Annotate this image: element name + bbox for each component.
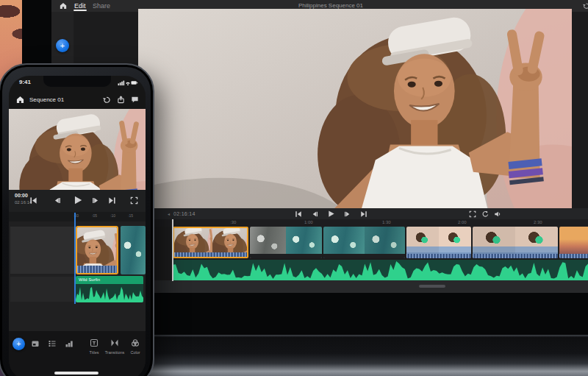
- color-button[interactable]: Color: [126, 337, 144, 355]
- video-track-empty: [10, 227, 76, 274]
- ruler-tick: :15: [128, 213, 133, 218]
- rush-mobile-app: 9:41 Sequence 01 00:00 02:16:14: [9, 76, 146, 376]
- status-icons: [118, 79, 138, 86]
- timecode-current: 00:00: [15, 193, 28, 198]
- volume-icon[interactable]: [494, 210, 501, 218]
- audio-track-empty: [10, 277, 76, 302]
- clip-audio-strip: [323, 254, 405, 258]
- add-media-button[interactable]: +: [56, 39, 69, 52]
- clip-audio-strip: [406, 254, 471, 258]
- home-indicator[interactable]: [54, 372, 98, 375]
- play-icon[interactable]: [327, 210, 335, 218]
- plus-glyph: +: [60, 41, 65, 50]
- fullscreen-icon[interactable]: [469, 210, 476, 218]
- transport-bar: 00:00 02:16:14: [9, 190, 146, 212]
- audio-waveform: [76, 284, 143, 302]
- video-clip[interactable]: [559, 227, 588, 258]
- timecode-display: 02:16:14: [173, 211, 196, 216]
- ruler-tick: :30: [230, 220, 236, 224]
- timeline-playhead[interactable]: [74, 213, 76, 304]
- bottom-toolbar: + Titles Transitions Color: [9, 331, 146, 376]
- home-icon[interactable]: [16, 96, 24, 104]
- laptop-base: [138, 337, 588, 376]
- skip-forward-icon[interactable]: [108, 196, 116, 205]
- marketing-composite: Philippines Sequence 01 Edit Share +: [0, 0, 588, 376]
- skip-forward-icon[interactable]: [360, 210, 368, 218]
- video-clip[interactable]: [121, 226, 146, 274]
- ruler-tick: :10: [110, 213, 115, 218]
- titles-label: Titles: [85, 350, 103, 355]
- transitions-button[interactable]: Transitions: [104, 337, 125, 355]
- clip-audio-strip: [473, 254, 558, 258]
- clip-audio-strip: [77, 266, 117, 273]
- loop-icon[interactable]: [481, 210, 489, 218]
- video-frame-selfie: [138, 9, 572, 208]
- skip-back-icon[interactable]: [29, 196, 37, 205]
- step-back-icon[interactable]: [311, 210, 318, 218]
- timeline-tracks: Wild Surfin: [9, 221, 146, 331]
- comments-icon[interactable]: [131, 96, 139, 104]
- fullscreen-icon[interactable]: [130, 196, 138, 205]
- tab-edit-underline: [74, 10, 87, 11]
- undo-icon[interactable]: [582, 2, 588, 10]
- undo-icon[interactable]: [102, 96, 110, 104]
- clip-audio-strip: [250, 254, 322, 258]
- track-list-icon[interactable]: [48, 339, 57, 348]
- plus-glyph: +: [17, 340, 21, 348]
- play-icon[interactable]: [73, 195, 83, 205]
- titles-button[interactable]: Titles: [85, 337, 103, 355]
- video-clip[interactable]: [406, 227, 471, 258]
- add-media-button[interactable]: +: [12, 338, 25, 350]
- color-label: Color: [126, 350, 144, 355]
- phone-notch: [43, 76, 111, 87]
- ruler-tick: 1:30: [382, 220, 391, 224]
- color-icon: [131, 338, 140, 347]
- video-frame-selfie: [9, 109, 146, 190]
- home-icon[interactable]: [60, 2, 67, 10]
- phone-device: 9:41 Sequence 01 00:00 02:16:14: [0, 63, 154, 376]
- skip-back-icon[interactable]: [295, 210, 302, 218]
- ruler-tick: :05: [92, 213, 97, 218]
- sequence-title: Sequence 01: [29, 96, 64, 103]
- transitions-label: Transitions: [104, 350, 125, 355]
- ruler-tick: 1:00: [304, 220, 313, 224]
- video-clip-selected[interactable]: [173, 227, 248, 258]
- step-back-icon[interactable]: [53, 196, 61, 205]
- audio-levels-icon[interactable]: [65, 339, 74, 348]
- ruler-tick: 2:30: [534, 220, 542, 224]
- horizontal-scrollbar[interactable]: [419, 285, 445, 288]
- audio-clip-label: Wild Surfin: [76, 276, 143, 284]
- ruler-tick: 2:00: [458, 220, 467, 224]
- timeline-ruler[interactable]: :00 :05 :10 :15: [9, 212, 146, 221]
- clip-audio-strip: [174, 252, 247, 257]
- transitions-icon: [110, 338, 119, 347]
- playhead-marker-glyph: ◂: [168, 211, 170, 216]
- audio-waveform: [173, 260, 588, 280]
- media-box-icon[interactable]: [31, 339, 40, 348]
- timeline-playhead[interactable]: [172, 219, 173, 281]
- program-monitor: [9, 109, 146, 190]
- step-forward-icon[interactable]: [92, 196, 100, 205]
- status-time: 9:41: [19, 79, 31, 85]
- video-clip[interactable]: [323, 227, 405, 258]
- tab-share[interactable]: Share: [93, 0, 110, 12]
- audio-clip[interactable]: Wild Surfin: [76, 276, 143, 302]
- video-clip[interactable]: [250, 227, 322, 258]
- audio-track-clip[interactable]: [173, 260, 588, 280]
- titles-icon: [90, 338, 98, 347]
- step-forward-icon[interactable]: [344, 210, 351, 218]
- program-monitor: [138, 9, 572, 208]
- video-clip[interactable]: [473, 227, 558, 258]
- clip-audio-strip: [559, 254, 588, 258]
- video-clip-selected[interactable]: [76, 226, 118, 274]
- share-icon[interactable]: [117, 96, 125, 104]
